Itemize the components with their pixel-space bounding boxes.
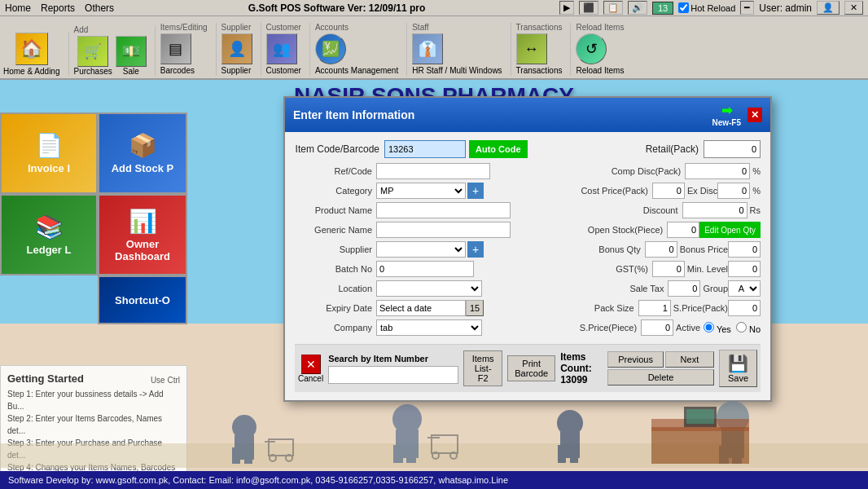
status-icon-2[interactable]: ⬛ — [579, 1, 598, 15]
toolbar-purchases-label: Purchases — [74, 67, 112, 76]
group-label: Group — [703, 284, 728, 293]
toolbar-staff-item[interactable]: 👔 HR Staff / Multi Windows — [412, 33, 502, 76]
menu-reports[interactable]: Reports — [41, 2, 75, 14]
cost-price-input[interactable] — [652, 183, 685, 199]
dialog-close-button[interactable]: ✕ — [747, 108, 762, 122]
sale-tax-input[interactable] — [668, 280, 700, 297]
supplier-select[interactable] — [376, 241, 466, 258]
pack-size-input[interactable] — [638, 300, 671, 316]
comp-disc-input[interactable] — [685, 163, 750, 179]
save-button[interactable]: 💾 Save — [719, 350, 757, 387]
sale-tax-label: Sale Tax — [594, 284, 668, 293]
toolbar-accounts-item[interactable]: 💹 Accounts Management — [315, 33, 398, 76]
sprice-pack-input[interactable] — [728, 300, 761, 316]
expiry-date-label: Expiry Date — [295, 303, 376, 313]
comp-disc-suffix: % — [752, 166, 761, 176]
expiry-date-input[interactable] — [376, 300, 466, 316]
item-info-dialog: Enter Item Information ➡ New-F5 ✕ Item C… — [283, 96, 772, 402]
toolbar-home-icon[interactable]: 🏠 — [15, 33, 48, 65]
min-level-input[interactable] — [728, 261, 761, 277]
bonus-qty-input[interactable] — [645, 241, 677, 258]
toolbar-sale-item[interactable]: 💵 Sale — [116, 36, 147, 76]
next-button[interactable]: Next — [665, 351, 714, 368]
minimize-icon[interactable]: ━ — [740, 1, 754, 15]
ref-code-input[interactable] — [376, 163, 490, 179]
ex-disc-input[interactable] — [717, 183, 750, 199]
group-select[interactable]: A — [728, 280, 761, 297]
edit-open-qty-button[interactable]: Edit Open Qty — [699, 222, 761, 238]
hot-reload-checkbox[interactable] — [678, 2, 689, 13]
toolbar-customer-label: Customer — [266, 66, 301, 75]
toolbar-transactions-item[interactable]: ↔ Transactions — [516, 33, 563, 76]
status-icon-1[interactable]: ▶ — [559, 1, 574, 15]
item-code-input[interactable] — [384, 140, 466, 158]
hot-reload-label: Hot Reload — [678, 2, 735, 13]
active-yes-option[interactable]: Yes — [704, 322, 731, 334]
discount-label: Discount — [609, 205, 682, 215]
open-stock-input[interactable] — [667, 222, 699, 238]
ledger-button[interactable]: 📚 Ledger L — [0, 194, 98, 275]
menu-others[interactable]: Others — [85, 2, 114, 14]
invoice-button[interactable]: 📄 Invoice I — [0, 112, 98, 194]
owner-dashboard-label: Owner Dashboard — [99, 238, 186, 262]
category-label: Category — [295, 186, 376, 196]
cancel-x-button[interactable]: ✕ — [301, 355, 321, 374]
status-icon-3[interactable]: 📋 — [603, 1, 623, 15]
comp-disc-label: Comp Disc(Pack) — [612, 166, 686, 176]
shortcut-button[interactable]: Shortcut-O — [98, 275, 187, 324]
delete-button[interactable]: Delete — [607, 369, 714, 385]
active-yes-radio[interactable] — [704, 322, 714, 333]
search-input[interactable] — [328, 366, 458, 384]
invoice-label: Invoice I — [28, 162, 70, 174]
discount-input[interactable] — [682, 202, 747, 218]
toolbar-customer-item[interactable]: 👥 Customer — [266, 33, 301, 76]
ledger-label: Ledger L — [27, 244, 72, 256]
user-btn[interactable]: 👤 — [817, 1, 840, 15]
toolbar-barcodes-item[interactable]: ▤ Barcodes — [160, 33, 195, 76]
menu-home[interactable]: Home — [5, 2, 31, 14]
items-count: Items Count: 13099 — [560, 351, 603, 385]
toolbar-reload-item[interactable]: ↺ Reload Items — [576, 33, 624, 76]
toolbar-barcodes-label: Barcodes — [160, 66, 195, 75]
items-list-f2-button[interactable]: Items List-F2 — [463, 350, 502, 386]
toolbar-staff-label: HR Staff / Multi Windows — [412, 66, 502, 75]
add-stock-button[interactable]: 📦 Add Stock P — [98, 112, 187, 194]
category-select[interactable]: MP — [376, 183, 466, 199]
min-level-label: Min. Level — [687, 264, 728, 274]
status-bar-text: Software Develop by: www.gsoft.com.pk, C… — [8, 475, 508, 485]
toolbar-staff-group-label: Staff — [412, 23, 428, 32]
generic-name-input[interactable] — [376, 222, 511, 238]
invoice-icon: 📄 — [35, 132, 64, 159]
gst-input[interactable] — [652, 261, 685, 277]
ex-disc-suffix: % — [752, 186, 761, 196]
expiry-date-picker-button[interactable]: 15 — [466, 300, 484, 316]
retail-pack-label: Retail(Pack) — [646, 143, 704, 155]
status-icon-4[interactable]: 🔊 — [628, 1, 647, 15]
toolbar-reload-label: Reload Items — [576, 66, 624, 75]
new-f5-label: New-F5 — [712, 118, 741, 127]
toolbar-itemsedit-label: Items/Editing — [160, 23, 208, 32]
status-bar: Software Develop by: www.gsoft.com.pk, C… — [0, 471, 868, 489]
user-label: User: admin — [759, 2, 812, 14]
supplier-add-button[interactable]: + — [467, 241, 484, 258]
print-barcode-button[interactable]: Print Barcode — [507, 355, 555, 381]
product-name-input[interactable] — [376, 202, 511, 218]
active-no-radio[interactable] — [736, 322, 747, 333]
close-window-btn[interactable]: ✕ — [844, 1, 863, 15]
active-label: Active — [676, 323, 700, 333]
owner-dashboard-button[interactable]: 📊 Owner Dashboard — [98, 194, 187, 275]
toolbar-purchases-item[interactable]: 🛒 Purchases — [74, 36, 112, 76]
location-select[interactable] — [376, 280, 482, 297]
auto-code-button[interactable]: Auto Code — [469, 140, 528, 158]
company-select[interactable]: tab — [376, 319, 482, 336]
ex-disc-label: Ex Disc — [687, 186, 717, 196]
bonus-price-input[interactable] — [728, 241, 761, 258]
previous-button[interactable]: Previous — [607, 351, 664, 368]
sprice-piece-input[interactable] — [641, 319, 673, 336]
sprice-pack-label: S.Price(Pack) — [673, 303, 728, 313]
toolbar-supplier-item[interactable]: 👤 Supplier — [221, 33, 252, 76]
category-add-button[interactable]: + — [467, 183, 484, 199]
active-no-option[interactable]: No — [736, 322, 761, 334]
retail-pack-input[interactable] — [704, 140, 761, 158]
batch-no-input[interactable] — [376, 261, 474, 277]
